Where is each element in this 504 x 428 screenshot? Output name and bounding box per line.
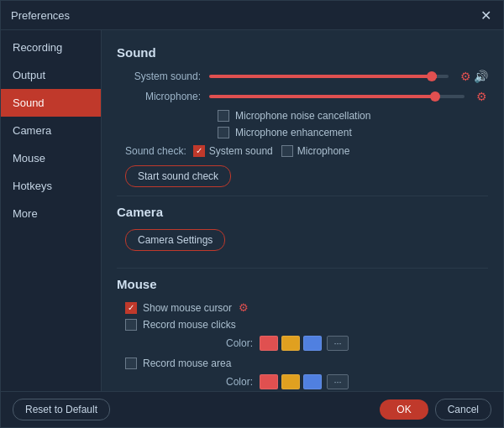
record-clicks-label: Record mouse clicks (143, 319, 236, 331)
more-colors-button-2[interactable]: ··· (327, 374, 349, 389)
color-swatch-red-1[interactable] (260, 336, 278, 351)
start-sound-check-button[interactable]: Start sound check (125, 165, 231, 187)
titlebar: Preferences ✕ (1, 1, 503, 30)
microphone-slider[interactable] (209, 95, 465, 98)
camera-settings-button[interactable]: Camera Settings (125, 229, 225, 251)
sidebar-item-recording[interactable]: Recording (1, 34, 101, 61)
camera-section: Camera Camera Settings (117, 205, 488, 259)
microphone-label: Microphone: (117, 91, 209, 102)
sidebar-item-sound[interactable]: Sound (1, 89, 101, 117)
enhancement-row: Microphone enhancement (117, 127, 488, 138)
mouse-section: Mouse Show mouse cursor ⚙ Record mouse c… (117, 277, 488, 389)
microphone-check-label: Microphone (297, 145, 350, 157)
sound-title: Sound (117, 45, 488, 60)
system-sound-slider-container: ⚙ 🔊 (209, 70, 488, 83)
sidebar-item-camera[interactable]: Camera (1, 117, 101, 144)
record-area-checkbox[interactable] (125, 358, 137, 369)
color-label-1: Color: (226, 337, 253, 349)
show-cursor-checkbox[interactable] (125, 302, 137, 314)
color-swatch-blue-2[interactable] (303, 374, 322, 389)
microphone-check-checkbox[interactable] (281, 145, 293, 157)
microphone-gear-icon[interactable]: ⚙ (475, 90, 488, 103)
sidebar-item-hotkeys[interactable]: Hotkeys (1, 172, 101, 200)
ok-button[interactable]: OK (380, 399, 428, 420)
sidebar-item-mouse[interactable]: Mouse (1, 144, 101, 172)
microphone-row: Microphone: ⚙ (117, 90, 488, 103)
system-sound-row: System sound: ⚙ 🔊 (117, 70, 488, 83)
cancel-button[interactable]: Cancel (435, 399, 491, 420)
mouse-color-row-2: Color: ··· (117, 374, 488, 389)
show-cursor-gear-icon[interactable]: ⚙ (239, 301, 249, 314)
system-sound-label: System sound: (117, 70, 209, 82)
sound-camera-divider (117, 196, 488, 196)
volume-icon: 🔊 (474, 70, 488, 83)
sidebar: Recording Output Sound Camera Mouse Hotk… (1, 30, 102, 391)
content-area: Recording Output Sound Camera Mouse Hotk… (1, 30, 503, 391)
enhancement-label: Microphone enhancement (235, 127, 352, 138)
sound-check-label: Sound check: (125, 145, 186, 157)
reset-to-default-button[interactable]: Reset to Default (13, 399, 110, 420)
footer: Reset to Default OK Cancel (1, 391, 503, 427)
noise-cancellation-label: Microphone noise cancellation (235, 110, 370, 122)
system-sound-gear-icon[interactable]: ⚙ (459, 70, 472, 83)
more-colors-button-1[interactable]: ··· (327, 336, 349, 351)
window-title: Preferences (11, 9, 70, 22)
footer-right: OK Cancel (380, 399, 491, 420)
sound-check-row: Sound check: System sound Microphone (117, 145, 488, 157)
main-panel: Sound System sound: ⚙ 🔊 Microphone: ⚙ (102, 30, 503, 391)
color-swatch-red-2[interactable] (260, 374, 278, 389)
show-cursor-label: Show mouse cursor (143, 302, 232, 314)
color-swatch-blue-1[interactable] (303, 336, 322, 351)
preferences-window: Preferences ✕ Recording Output Sound Cam… (0, 0, 504, 428)
record-clicks-checkbox[interactable] (125, 319, 137, 331)
sidebar-item-output[interactable]: Output (1, 61, 101, 89)
system-sound-check-label: System sound (209, 145, 273, 157)
mouse-color-row-1: Color: ··· (117, 336, 488, 351)
sidebar-item-more[interactable]: More (1, 200, 101, 227)
enhancement-checkbox[interactable] (218, 127, 229, 138)
noise-cancellation-checkbox[interactable] (218, 110, 229, 122)
sound-section: Sound System sound: ⚙ 🔊 Microphone: ⚙ (117, 45, 488, 187)
record-area-label: Record mouse area (143, 358, 231, 369)
color-label-2: Color: (226, 376, 253, 388)
mouse-title: Mouse (117, 277, 488, 291)
system-sound-check-checkbox[interactable] (193, 145, 205, 157)
system-sound-slider[interactable] (209, 75, 449, 78)
color-swatch-yellow-1[interactable] (281, 336, 300, 351)
color-swatch-yellow-2[interactable] (281, 374, 300, 389)
microphone-slider-container: ⚙ (209, 90, 488, 103)
noise-cancellation-row: Microphone noise cancellation (117, 110, 488, 122)
camera-title: Camera (117, 205, 488, 219)
camera-mouse-divider (117, 268, 488, 269)
close-button[interactable]: ✕ (478, 8, 493, 23)
